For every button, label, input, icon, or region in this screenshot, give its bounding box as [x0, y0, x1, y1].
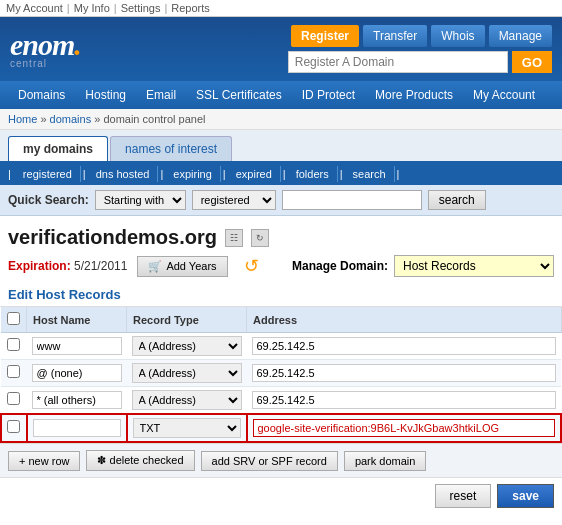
add-srv-button[interactable]: add SRV or SPF record [201, 451, 338, 471]
row-checkbox[interactable] [7, 365, 20, 378]
subnav-folders[interactable]: folders [288, 166, 338, 182]
breadcrumb-current: domain control panel [103, 113, 205, 125]
record-type-select[interactable]: A (Address)CNAME (Alias)MX (Mail)TXTAAAA… [133, 418, 241, 438]
logo: enom. central [10, 30, 81, 69]
row-checkbox[interactable] [7, 338, 20, 351]
header: enom. central Register Transfer Whois Ma… [0, 17, 562, 81]
quick-search-type-select[interactable]: Starting with Containing Ending with [95, 190, 186, 210]
quick-search-button[interactable]: search [428, 190, 486, 210]
topbar-myinfo-link[interactable]: My Info [74, 2, 110, 14]
add-years-button[interactable]: Add Years [137, 256, 227, 277]
table-row: A (Address)CNAME (Alias)MX (Mail)TXTAAAA… [1, 333, 561, 360]
park-domain-button[interactable]: park domain [344, 451, 427, 471]
reset-button[interactable]: reset [435, 484, 492, 508]
tabs-area: my domains names of interest [0, 130, 562, 163]
cart-icon [148, 260, 162, 273]
footer-bar: reset save [0, 477, 562, 514]
select-all-checkbox[interactable] [7, 312, 20, 325]
breadcrumb: Home » domains » domain control panel [0, 109, 562, 130]
new-row-button[interactable]: + new row [8, 451, 80, 471]
subnav-dns-hosted[interactable]: dns hosted [88, 166, 159, 182]
subnav-expired[interactable]: expired [228, 166, 281, 182]
quick-search-label: Quick Search: [8, 193, 89, 207]
nav-idprotect[interactable]: ID Protect [292, 81, 365, 109]
transfer-button[interactable]: Transfer [363, 25, 427, 47]
col-header-check [1, 307, 27, 333]
quick-search-bar: Quick Search: Starting with Containing E… [0, 185, 562, 216]
section-title: Edit Host Records [0, 283, 562, 307]
subnav-search[interactable]: search [345, 166, 395, 182]
table-row: A (Address)CNAME (Alias)MX (Mail)TXTAAAA… [1, 387, 561, 415]
nav-ssl[interactable]: SSL Certificates [186, 81, 292, 109]
save-button[interactable]: save [497, 484, 554, 508]
nav-domains[interactable]: Domains [8, 81, 75, 109]
table-row: A (Address)CNAME (Alias)MX (Mail)TXTAAAA… [1, 414, 561, 442]
address-input[interactable] [252, 337, 557, 355]
domain-icon-2[interactable]: ↻ [251, 229, 269, 247]
table-header-row: Host Name Record Type Address [1, 307, 561, 333]
subnav-registered[interactable]: registered [15, 166, 81, 182]
main-nav: Domains Hosting Email SSL Certificates I… [0, 81, 562, 109]
sub-nav: | registered | dns hosted | expiring | e… [0, 163, 562, 185]
nav-more[interactable]: More Products [365, 81, 463, 109]
host-name-input[interactable] [33, 419, 121, 437]
domain-name: verificationdemos.org [8, 226, 217, 249]
col-header-address: Address [247, 307, 562, 333]
row-checkbox[interactable] [7, 420, 20, 433]
row-checkbox[interactable] [7, 392, 20, 405]
record-type-select[interactable]: A (Address)CNAME (Alias)MX (Mail)TXTAAAA… [132, 363, 242, 383]
expiration-label: Expiration: 5/21/2011 [8, 259, 127, 273]
action-bar: + new row ✽ delete checked add SRV or SP… [0, 443, 562, 477]
register-button[interactable]: Register [291, 25, 359, 47]
tab-my-domains[interactable]: my domains [8, 136, 108, 161]
domain-search-input[interactable] [288, 51, 508, 73]
topbar-account-link[interactable]: My Account [6, 2, 63, 14]
nav-email[interactable]: Email [136, 81, 186, 109]
quick-search-status-select[interactable]: registered dns hosted expiring expired [192, 190, 276, 210]
tab-names-of-interest[interactable]: names of interest [110, 136, 232, 161]
record-type-select[interactable]: A (Address)CNAME (Alias)MX (Mail)TXTAAAA… [132, 390, 242, 410]
manage-domain-label: Manage Domain: [292, 259, 388, 273]
host-records-table: Host Name Record Type Address A (Address… [0, 307, 562, 443]
manage-button[interactable]: Manage [489, 25, 552, 47]
quick-search-input[interactable] [282, 190, 422, 210]
top-bar: My Account | My Info | Settings | Report… [0, 0, 562, 17]
manage-domain-select[interactable]: Host Records URL Forwarding Email Forwar… [394, 255, 554, 277]
nav-hosting[interactable]: Hosting [75, 81, 136, 109]
delete-checked-button[interactable]: ✽ delete checked [86, 450, 194, 471]
table-row: A (Address)CNAME (Alias)MX (Mail)TXTAAAA… [1, 360, 561, 387]
go-button[interactable]: GO [512, 51, 552, 73]
col-header-recordtype: Record Type [127, 307, 247, 333]
topbar-reports-link[interactable]: Reports [171, 2, 210, 14]
whois-button[interactable]: Whois [431, 25, 484, 47]
address-input[interactable] [252, 364, 557, 382]
record-type-select[interactable]: A (Address)CNAME (Alias)MX (Mail)TXTAAAA… [132, 336, 242, 356]
col-header-hostname: Host Name [27, 307, 127, 333]
address-input[interactable] [252, 391, 557, 409]
nav-myaccount[interactable]: My Account [463, 81, 545, 109]
host-name-input[interactable] [32, 364, 122, 382]
breadcrumb-home[interactable]: Home [8, 113, 37, 125]
host-name-input[interactable] [32, 337, 122, 355]
host-name-input[interactable] [32, 391, 122, 409]
breadcrumb-domains[interactable]: domains [50, 113, 92, 125]
address-input[interactable] [253, 419, 556, 437]
topbar-settings-link[interactable]: Settings [121, 2, 161, 14]
subnav-expiring[interactable]: expiring [165, 166, 221, 182]
domain-area: verificationdemos.org ☷ ↻ Expiration: 5/… [0, 216, 562, 283]
domain-icon-1[interactable]: ☷ [225, 229, 243, 247]
